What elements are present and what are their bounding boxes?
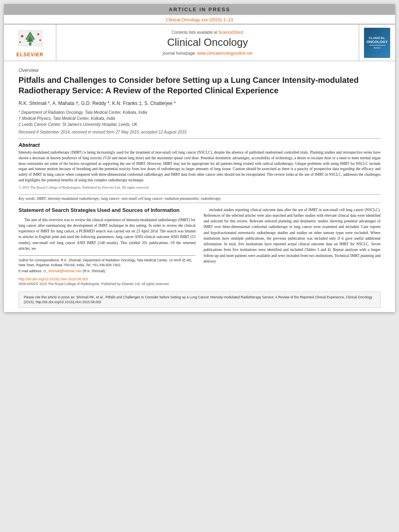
email-link[interactable]: dr_shrimali@hotmail.com — [43, 269, 82, 273]
abstract-title: Abstract — [19, 142, 380, 148]
two-column-section: Statement of Search Strategies Used and … — [19, 207, 380, 289]
section1-para1: The aim of this overview was to review t… — [19, 217, 195, 252]
received-line: Received 4 September 2014; received in r… — [19, 130, 380, 134]
section1-body: The aim of this overview was to review t… — [19, 217, 195, 252]
contents-line: Contents lists available at ScienceDirec… — [172, 30, 243, 35]
svg-point-7 — [19, 41, 21, 43]
authors-line: R.K. Shrimali *, A. Mahata †, G.D. Reddy… — [19, 101, 380, 106]
footnote-area: Author for correspondence: R.K. Shrimali… — [19, 255, 195, 274]
affiliation-1: * Department of Radiation Oncology, Tata… — [19, 109, 380, 115]
affiliation-3: ‡ Leeds Cancer Centre, St James's Univer… — [19, 121, 380, 127]
email-line: E-mail address: dr_shrimali@hotmail.com … — [19, 269, 195, 274]
divider-1 — [19, 138, 380, 139]
keywords-line: Key words: IMRT; intensity-modulated rad… — [19, 194, 380, 203]
affiliation-2: † Medical Physics, Tata Medical Center, … — [19, 115, 380, 121]
copyright-line: © 2015 The Royal College of Radiologists… — [19, 185, 380, 190]
sciencedirect-link[interactable]: ScienceDirect — [218, 30, 243, 35]
journal-center-section: Contents lists available at ScienceDirec… — [56, 25, 359, 61]
doi-line[interactable]: http://dx.doi.org/10.1016/j.clon.2015.08… — [19, 277, 195, 281]
affiliations: * Department of Radiation Oncology, Tata… — [19, 109, 380, 127]
journal-reference: Clinical Oncology xxx (2015) 1–13 — [4, 15, 395, 24]
section-label: Overview — [19, 68, 380, 73]
elsevier-text: ELSEVIER — [16, 52, 43, 58]
homepage-link[interactable]: www.clinicaloncologyonline.net — [197, 51, 252, 55]
article-in-press-banner: ARTICLE IN PRESS — [4, 4, 395, 15]
main-content: Overview Pitfalls and Challenges to Cons… — [4, 61, 395, 312]
page: ARTICLE IN PRESS Clinical Oncology xxx (… — [4, 4, 395, 312]
svg-point-6 — [37, 33, 39, 35]
journal-logo-right: CLINICAL ONCOLOGY BASO — [359, 25, 395, 61]
abstract-section: Abstract Intensity-modulated radiotherap… — [19, 142, 380, 190]
abstract-text: Intensity-modulated radiotherapy (IMRT) … — [19, 150, 380, 183]
svg-rect-1 — [29, 42, 31, 45]
column-left: Statement of Search Strategies Used and … — [19, 207, 195, 289]
elsevier-logo-section: ELSEVIER — [4, 25, 56, 61]
journal-homepage: journal homepage: www.clinicaloncologyon… — [163, 51, 253, 55]
clinical-oncology-badge: CLINICAL ONCOLOGY BASO — [364, 28, 390, 58]
svg-point-5 — [21, 35, 23, 37]
section1-right-para1: included studies reporting clinical outc… — [204, 207, 380, 265]
issn-line: 0936-6555/© 2015 The Royal College of Ra… — [19, 282, 195, 286]
correspondence-text: Author for correspondence: R.K. Shrimali… — [19, 258, 195, 268]
journal-title: Clinical Oncology — [167, 36, 248, 49]
journal-header: ELSEVIER Contents lists available at Sci… — [4, 24, 395, 61]
column-right: included studies reporting clinical outc… — [204, 207, 380, 289]
section1-right-body: included studies reporting clinical outc… — [204, 207, 380, 265]
svg-point-8 — [39, 39, 41, 41]
elsevier-tree-icon — [14, 28, 46, 50]
citation-box: Please cite this article in press as: Sh… — [19, 292, 380, 308]
article-title: Pitfalls and Challenges to Consider befo… — [19, 75, 380, 96]
section1-heading: Statement of Search Strategies Used and … — [19, 207, 195, 214]
